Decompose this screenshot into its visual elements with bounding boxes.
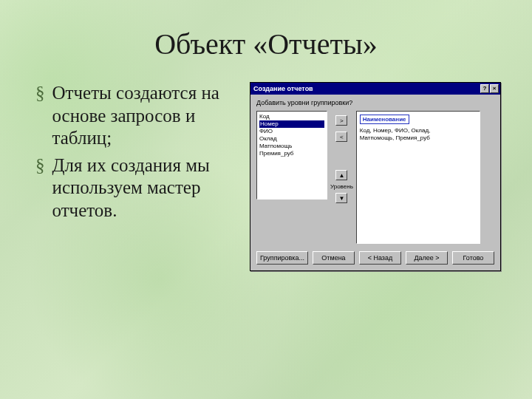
cancel-button[interactable]: Отмена xyxy=(313,251,355,265)
dialog-button-row: Группировка... Отмена < Назад Далее > Го… xyxy=(256,251,494,265)
dialog-titlebar: Создание отчетов ? × xyxy=(250,83,500,95)
remove-field-button[interactable]: < xyxy=(335,132,347,142)
preview-header: Наименование xyxy=(360,115,409,124)
bullet-mark-icon: § xyxy=(35,82,45,150)
next-button[interactable]: Далее > xyxy=(406,251,448,265)
bullet-item: § Отчеты создаются на основе запросов и … xyxy=(35,82,235,150)
content-row: § Отчеты создаются на основе запросов и … xyxy=(0,82,532,271)
finish-button[interactable]: Готово xyxy=(452,251,494,265)
list-item[interactable]: Оклад xyxy=(259,135,324,143)
priority-up-button[interactable]: ▲ xyxy=(335,170,347,180)
move-buttons-col: > < ▲ Уровень ▼ xyxy=(330,115,353,203)
dialog-body: Добавить уровни группировки? Код Номер Ф… xyxy=(250,95,500,270)
grouping-preview: Наименование Код, Номер, ФИО, Оклад, Мат… xyxy=(356,111,480,244)
bullet-text: Для их создания мы используем мастер отч… xyxy=(52,154,236,222)
bullet-text: Отчеты создаются на основе запросов и та… xyxy=(52,82,236,150)
back-button[interactable]: < Назад xyxy=(359,251,401,265)
slide-title: Объект «Отчеты» xyxy=(0,0,532,61)
bullet-item: § Для их создания мы используем мастер о… xyxy=(35,154,235,222)
bullet-list: § Отчеты создаются на основе запросов и … xyxy=(35,82,235,271)
titlebar-buttons: ? × xyxy=(480,84,499,93)
help-button[interactable]: ? xyxy=(480,84,489,93)
list-item[interactable]: Код xyxy=(259,113,324,120)
grouping-prompt: Добавить уровни группировки? xyxy=(256,99,494,106)
priority-down-button[interactable]: ▼ xyxy=(335,193,347,203)
preview-line: Код, Номер, ФИО, Оклад, xyxy=(360,127,477,134)
priority-col: ▲ Уровень ▼ xyxy=(330,170,353,203)
preview-line: Матпомощь, Премия_руб xyxy=(360,134,477,142)
list-item[interactable]: ФИО xyxy=(259,128,324,135)
priority-label: Уровень xyxy=(330,183,353,190)
report-wizard-dialog: Создание отчетов ? × Добавить уровни гру… xyxy=(250,82,501,271)
close-button[interactable]: × xyxy=(490,84,499,93)
list-item[interactable]: Номер xyxy=(259,120,324,128)
dialog-title: Создание отчетов xyxy=(253,85,313,92)
add-field-button[interactable]: > xyxy=(335,115,347,126)
list-item[interactable]: Премия_руб xyxy=(259,150,324,157)
available-fields-listbox[interactable]: Код Номер ФИО Оклад Матпомощь Премия_руб xyxy=(256,111,327,200)
list-item[interactable]: Матпомощь xyxy=(259,143,324,150)
grouping-options-button[interactable]: Группировка... xyxy=(256,251,308,265)
panes-row: Код Номер ФИО Оклад Матпомощь Премия_руб… xyxy=(256,111,494,244)
bullet-mark-icon: § xyxy=(35,154,45,222)
